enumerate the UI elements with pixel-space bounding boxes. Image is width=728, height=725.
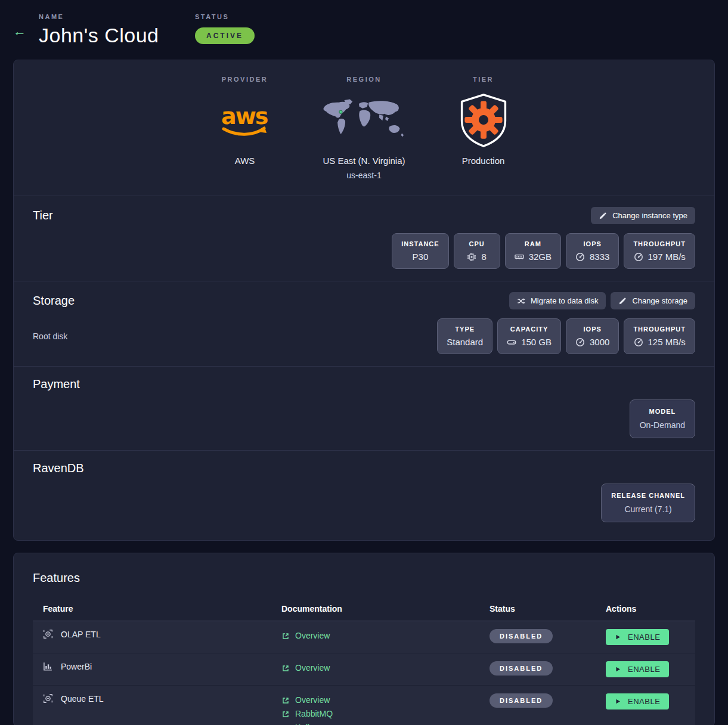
instance-card: INSTANCE P30 <box>392 233 448 269</box>
doc-link-kafka[interactable]: Kafka <box>281 721 481 725</box>
region-value: US East (N. Virginia) <box>323 156 405 166</box>
bar-chart-icon <box>43 661 53 671</box>
back-arrow-icon[interactable]: ← <box>13 25 26 38</box>
region-label: REGION <box>346 76 381 83</box>
page-title: John's Cloud <box>39 24 195 47</box>
change-storage-button[interactable]: Change storage <box>611 292 695 309</box>
doc-link-overview[interactable]: Overview <box>281 693 481 707</box>
provider-value: AWS <box>235 156 255 166</box>
pencil-icon <box>599 212 607 220</box>
feature-name: Queue ETL <box>61 694 104 704</box>
chip-icon <box>467 252 476 262</box>
column-status: Status <box>487 604 606 614</box>
iops-card-label: IOPS <box>575 240 609 247</box>
gauge-icon <box>634 337 643 347</box>
ram-card-value: 32GB <box>529 252 552 262</box>
disk-type-card-label: TYPE <box>447 326 483 333</box>
tier-label: TIER <box>473 76 494 83</box>
name-label: NAME <box>39 13 195 20</box>
throughput-card-label: THROUGHPUT <box>633 240 686 247</box>
instance-card-value: P30 <box>413 252 429 262</box>
instance-card-label: INSTANCE <box>401 240 439 247</box>
tier-section: Tier Change instance type INSTANCE P30 C… <box>14 196 714 281</box>
disk-type-card: TYPE Standard <box>437 318 492 354</box>
page-header: ← NAME John's Cloud STATUS ACTIVE <box>0 0 728 60</box>
ravendb-section-title: RavenDB <box>33 461 84 475</box>
storage-section-title: Storage <box>33 294 75 308</box>
migrate-to-data-disk-label: Migrate to data disk <box>531 296 598 305</box>
feature-row-powerbi: PowerBi Overview DISABLED ENABLE <box>33 653 695 686</box>
storage-throughput-card-value: 125 MB/s <box>648 337 686 347</box>
cpu-card-label: CPU <box>463 240 491 247</box>
enable-olap-etl-button[interactable]: ENABLE <box>606 629 669 645</box>
cpu-card-value: 8 <box>481 252 486 262</box>
payment-model-card: MODEL On-Demand <box>630 399 695 438</box>
external-link-icon <box>281 632 290 640</box>
migrate-to-data-disk-button[interactable]: Migrate to data disk <box>509 292 606 309</box>
payment-model-value: On-Demand <box>640 420 685 430</box>
feature-row-queue-etl: Queue ETL Overview RabbitMQ Kafka DISABL… <box>33 686 695 725</box>
status-pill: DISABLED <box>490 693 553 708</box>
release-channel-label: RELEASE CHANNEL <box>611 492 685 499</box>
iops-card-value: 8333 <box>590 252 609 262</box>
overview-row: PROVIDER aws AWS REGION <box>14 60 714 196</box>
play-icon <box>615 666 621 673</box>
root-disk-label: Root disk <box>33 331 67 341</box>
tier-column: TIER <box>424 76 543 180</box>
iops-card: IOPS 8333 <box>566 233 619 269</box>
column-documentation: Documentation <box>281 604 487 614</box>
external-link-icon <box>281 696 290 705</box>
external-link-icon <box>281 664 290 673</box>
change-storage-label: Change storage <box>632 296 687 305</box>
etl-gear-icon <box>43 693 53 704</box>
etl-gear-icon <box>43 629 53 639</box>
features-table-header: Feature Documentation Status Actions <box>33 599 695 621</box>
shield-gear-icon <box>456 91 511 151</box>
doc-link-overview[interactable]: Overview <box>281 629 481 643</box>
features-title: Features <box>14 553 714 585</box>
cluster-status-block: STATUS ACTIVE <box>195 13 255 47</box>
gauge-icon <box>575 337 585 347</box>
provider-column: PROVIDER aws AWS <box>185 76 305 180</box>
region-code: us-east-1 <box>346 171 381 180</box>
doc-link-overview[interactable]: Overview <box>281 661 481 675</box>
cluster-name-block: NAME John's Cloud <box>39 13 195 47</box>
release-channel-value: Current (7.1) <box>624 504 671 514</box>
region-column: REGION <box>305 76 424 180</box>
change-instance-type-label: Change instance type <box>612 211 687 220</box>
release-channel-card: RELEASE CHANNEL Current (7.1) <box>601 484 695 522</box>
throughput-card-value: 197 MB/s <box>648 252 686 262</box>
features-table: Feature Documentation Status Actions OLA… <box>33 599 695 725</box>
enable-powerbi-button[interactable]: ENABLE <box>606 661 669 677</box>
change-instance-type-button[interactable]: Change instance type <box>591 207 695 224</box>
aws-logo-icon: aws <box>220 91 270 151</box>
status-label: STATUS <box>195 13 255 20</box>
features-panel: Features Feature Documentation Status Ac… <box>13 553 715 725</box>
storage-throughput-card-label: THROUGHPUT <box>633 326 686 333</box>
status-badge: ACTIVE <box>195 27 255 44</box>
tier-value: Production <box>462 156 505 166</box>
cpu-card: CPU 8 <box>454 233 500 269</box>
ravendb-section: RavenDB RELEASE CHANNEL Current (7.1) <box>14 450 714 540</box>
enable-queue-etl-button[interactable]: ENABLE <box>606 693 669 709</box>
storage-iops-card: IOPS 3000 <box>566 318 619 354</box>
world-map-icon <box>315 91 413 151</box>
disk-type-card-value: Standard <box>447 337 483 347</box>
gauge-icon <box>634 252 643 262</box>
payment-section-title: Payment <box>33 377 80 391</box>
pencil-icon <box>618 297 627 305</box>
tier-section-title: Tier <box>33 209 53 222</box>
feature-row-olap-etl: OLAP ETL Overview DISABLED ENABLE <box>33 621 695 653</box>
feature-name: PowerBi <box>61 662 92 671</box>
doc-link-rabbitmq[interactable]: RabbitMQ <box>281 707 481 721</box>
cluster-details-panel: PROVIDER aws AWS REGION <box>13 60 715 541</box>
status-pill: DISABLED <box>490 661 553 676</box>
column-actions: Actions <box>606 604 695 614</box>
svg-text:aws: aws <box>221 103 268 129</box>
payment-section: Payment MODEL On-Demand <box>14 366 714 450</box>
throughput-card: THROUGHPUT 197 MB/s <box>624 233 695 269</box>
play-icon <box>615 634 621 640</box>
storage-iops-card-value: 3000 <box>590 337 609 347</box>
provider-label: PROVIDER <box>222 76 268 83</box>
capacity-card: CAPACITY 150 GB <box>497 318 561 354</box>
